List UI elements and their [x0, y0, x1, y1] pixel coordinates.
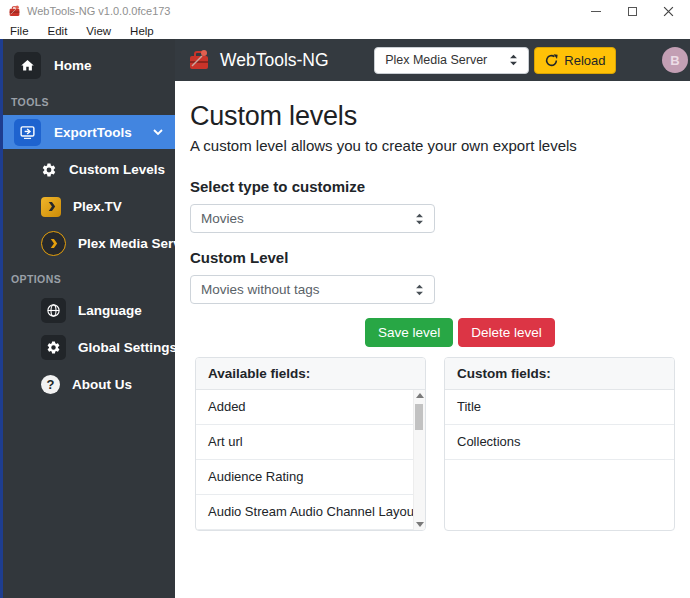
- custom-field-item[interactable]: Collections: [445, 425, 674, 460]
- close-icon[interactable]: [662, 5, 674, 17]
- sidebar-item-plex-media-server[interactable]: Plex Media Server: [3, 225, 175, 262]
- available-field-item[interactable]: Added: [196, 390, 413, 425]
- custom-fields-rows: Title Collections: [445, 390, 674, 460]
- app-name: WebTools-NG: [220, 50, 329, 71]
- available-fields-list: Added Art url Audience Rating Audio Stre…: [196, 390, 425, 530]
- scroll-down-icon[interactable]: [416, 522, 424, 527]
- scroll-thumb[interactable]: [415, 404, 423, 430]
- webtools-logo-icon: [187, 49, 211, 71]
- sidebar-item-label: About Us: [72, 377, 132, 392]
- level-actions: Save level Delete level: [365, 318, 675, 347]
- sidebar-item-label: Global Settings: [78, 340, 177, 355]
- custom-level-select[interactable]: Movies without tags: [190, 275, 435, 304]
- page-subtitle: A custom level allows you to create your…: [190, 137, 675, 154]
- sidebar-item-label: Language: [78, 303, 142, 318]
- select-arrows-icon: [415, 213, 424, 225]
- fields-panels: Available fields: Added Art url Audience…: [195, 357, 675, 531]
- menu-view[interactable]: View: [86, 25, 111, 37]
- custom-fields-title: Custom fields:: [445, 358, 674, 390]
- menu-help[interactable]: Help: [130, 25, 154, 37]
- gear-icon: [41, 162, 57, 178]
- delete-level-button[interactable]: Delete level: [458, 318, 555, 347]
- menu-bar: File Edit View Help: [0, 22, 690, 39]
- custom-level-label: Custom Level: [190, 249, 675, 266]
- sidebar-item-global-settings[interactable]: Global Settings: [3, 329, 175, 366]
- select-arrows-icon: [415, 284, 424, 296]
- chevron-down-icon: [153, 129, 163, 136]
- refresh-icon: [545, 54, 558, 67]
- plex-tv-icon: [41, 197, 61, 217]
- type-select-value: Movies: [201, 211, 244, 226]
- export-tools-icon: [14, 119, 41, 146]
- main-area: WebTools-NG Plex Media Server Reload B C…: [175, 39, 690, 598]
- available-field-item[interactable]: Audience Rating: [196, 460, 413, 495]
- maximize-icon[interactable]: [626, 5, 638, 17]
- home-icon: [14, 52, 41, 79]
- menu-file[interactable]: File: [10, 25, 29, 37]
- minimize-icon[interactable]: [590, 5, 602, 17]
- type-select-label: Select type to customize: [190, 178, 675, 195]
- avatar[interactable]: B: [662, 47, 688, 73]
- available-fields-rows: Added Art url Audience Rating Audio Stre…: [196, 390, 413, 530]
- server-select-value: Plex Media Server: [385, 53, 487, 67]
- type-select[interactable]: Movies: [190, 204, 435, 233]
- window-titlebar: WebTools-NG v1.0.0.0fce173: [0, 0, 690, 22]
- available-field-item[interactable]: Art url: [196, 425, 413, 460]
- brand: WebTools-NG: [187, 49, 329, 71]
- app-header: WebTools-NG Plex Media Server Reload B: [175, 39, 690, 81]
- sidebar-item-label: Plex.TV: [73, 199, 122, 214]
- content: Custom levels A custom level allows you …: [175, 81, 690, 598]
- scroll-up-icon[interactable]: [416, 393, 424, 398]
- sidebar-section-tools: TOOLS: [3, 85, 175, 115]
- list-scrollbar[interactable]: [413, 390, 425, 530]
- available-fields-card: Available fields: Added Art url Audience…: [195, 357, 426, 531]
- page-title: Custom levels: [190, 101, 675, 132]
- sidebar-item-exporttools[interactable]: ExportTools: [3, 115, 175, 149]
- custom-level-select-value: Movies without tags: [201, 282, 320, 297]
- reload-button[interactable]: Reload: [534, 47, 616, 74]
- sidebar-item-custom-levels[interactable]: Custom Levels: [3, 151, 175, 188]
- sidebar-item-language[interactable]: Language: [3, 292, 175, 329]
- app-frame: Home TOOLS ExportTools Custom Levels: [0, 39, 690, 598]
- reload-label: Reload: [564, 53, 605, 68]
- available-field-item[interactable]: Audio Stream Audio Channel Layout: [196, 495, 413, 530]
- save-level-button[interactable]: Save level: [365, 318, 453, 347]
- app-logo-icon: [8, 5, 21, 17]
- available-fields-title: Available fields:: [196, 358, 425, 390]
- sidebar-section-options: OPTIONS: [3, 262, 175, 292]
- gear-icon: [41, 335, 66, 360]
- sidebar-item-about-us[interactable]: ? About Us: [3, 366, 175, 403]
- select-arrows-icon: [509, 54, 518, 66]
- sidebar-item-label: Custom Levels: [69, 162, 165, 177]
- plex-media-server-icon: [41, 231, 66, 256]
- globe-icon: [41, 298, 66, 323]
- window-title: WebTools-NG v1.0.0.0fce173: [27, 5, 170, 17]
- server-select[interactable]: Plex Media Server: [374, 47, 529, 74]
- sidebar-item-plex-tv[interactable]: Plex.TV: [3, 188, 175, 225]
- custom-field-item[interactable]: Title: [445, 390, 674, 425]
- sidebar-item-label: Home: [54, 58, 92, 73]
- question-icon: ?: [41, 375, 60, 394]
- sidebar-item-home[interactable]: Home: [3, 45, 175, 85]
- custom-fields-list: Title Collections: [445, 390, 674, 530]
- sidebar: Home TOOLS ExportTools Custom Levels: [3, 39, 175, 598]
- sidebar-item-label: ExportTools: [54, 125, 132, 140]
- menu-edit[interactable]: Edit: [48, 25, 68, 37]
- window-controls: [590, 5, 684, 17]
- custom-fields-card: Custom fields: Title Collections: [444, 357, 675, 531]
